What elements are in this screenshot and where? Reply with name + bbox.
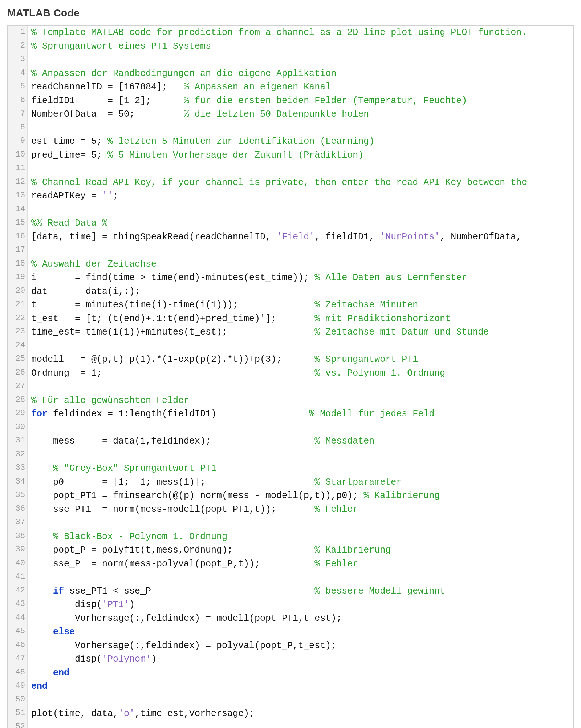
code-line: 24: [8, 339, 573, 353]
code-cell[interactable]: Vorhersage(:,feldindex) = modell(popt_PT…: [28, 612, 574, 626]
code-cell[interactable]: % Black-Box - Polynom 1. Ordnung: [28, 530, 574, 544]
string-token: 'NumPoints': [380, 232, 440, 242]
line-number: 6: [8, 94, 28, 108]
code-line: 4% Anpassen der Randbedingungen an die e…: [8, 67, 573, 81]
code-cell[interactable]: % Sprungantwort eines PT1-Systems: [28, 40, 574, 53]
line-number: 46: [8, 639, 28, 653]
comment-token: % Messdaten: [314, 436, 374, 446]
code-line: 15%% Read Data %: [8, 217, 573, 230]
code-cell[interactable]: disp('Polynom'): [28, 652, 574, 666]
code-cell[interactable]: % Channel Read API Key, if your channel …: [28, 176, 574, 190]
comment-token: % Auswahl der Zeitachse: [31, 259, 157, 270]
code-line: 46 Vorhersage(:,feldindex) = polyval(pop…: [8, 639, 573, 653]
code-cell[interactable]: %% Read Data %: [28, 217, 574, 230]
code-cell[interactable]: [28, 244, 574, 258]
code-cell[interactable]: fieldID1 = [1 2]; % für die ersten beide…: [28, 94, 574, 108]
code-cell[interactable]: [28, 203, 574, 217]
code-cell[interactable]: time_est= time(i(1))+minutes(t_est); % Z…: [28, 325, 574, 339]
line-number: 18: [8, 258, 28, 271]
line-number: 2: [8, 40, 28, 53]
code-token: p0 = [1; -1; mess(1)];: [31, 477, 314, 488]
code-line: 16[data, time] = thingSpeakRead(readChan…: [8, 230, 573, 244]
code-cell[interactable]: NumberOfData = 50; % die letzten 50 Date…: [28, 108, 574, 121]
code-cell[interactable]: disp('PT1'): [28, 598, 574, 612]
code-cell[interactable]: t_est = [t; (t(end)+.1:t(end)+pred_time)…: [28, 312, 574, 326]
code-line: 18% Auswahl der Zeitachse: [8, 258, 573, 271]
code-cell[interactable]: sse_P = norm(mess-polyval(popt_P,t)); % …: [28, 557, 574, 571]
code-cell[interactable]: [28, 721, 574, 728]
code-cell[interactable]: pred_time= 5; % 5 Minuten Vorhersage der…: [28, 149, 574, 162]
code-line: 38 % Black-Box - Polynom 1. Ordnung: [8, 530, 573, 544]
code-cell[interactable]: modell = @(p,t) p(1).*(1-exp(p(2).*t))+p…: [28, 353, 574, 367]
code-cell[interactable]: [28, 162, 574, 176]
code-cell[interactable]: sse_PT1 = norm(mess-modell(popt_PT1,t));…: [28, 503, 574, 517]
code-token: pred_time= 5;: [31, 150, 107, 161]
code-cell[interactable]: t = minutes(time(i)-time(i(1))); % Zeita…: [28, 298, 574, 312]
line-number: 32: [8, 448, 28, 462]
code-line: 7NumberOfData = 50; % die letzten 50 Dat…: [8, 108, 573, 121]
code-cell[interactable]: est_time = 5; % letzten 5 Minuten zur Id…: [28, 135, 574, 149]
code-cell[interactable]: [28, 121, 574, 135]
code-line: 31 mess = data(i,feldindex); % Messdaten: [8, 434, 573, 448]
code-line: 32: [8, 448, 573, 462]
line-number: 39: [8, 543, 28, 557]
comment-token: % 5 Minuten Vorhersage der Zukunft (Präd…: [107, 150, 363, 161]
code-line: 50: [8, 693, 573, 707]
code-cell[interactable]: [28, 380, 574, 394]
code-cell[interactable]: else: [28, 625, 574, 639]
code-token: est_time = 5;: [31, 136, 107, 147]
code-cell[interactable]: [28, 516, 574, 530]
code-token: i = find(time > time(end)-minutes(est_ti…: [31, 272, 314, 283]
comment-token: % Anpassen an eigenen Kanal: [184, 82, 331, 92]
code-cell[interactable]: Vorhersage(:,feldindex) = polyval(popt_P…: [28, 639, 574, 653]
code-cell[interactable]: [28, 53, 574, 67]
code-cell[interactable]: popt_PT1 = fminsearch(@(p) norm(mess - m…: [28, 489, 574, 503]
string-token: 'Polynom': [102, 654, 151, 664]
code-cell[interactable]: [28, 693, 574, 707]
code-cell[interactable]: % Template MATLAB code for prediction fr…: [28, 26, 574, 40]
code-token: [31, 722, 37, 728]
code-cell[interactable]: dat = data(i,:);: [28, 285, 574, 299]
code-token: [31, 422, 37, 433]
code-cell[interactable]: i = find(time > time(end)-minutes(est_ti…: [28, 271, 574, 285]
code-cell[interactable]: % Für alle gewünschten Felder: [28, 394, 574, 408]
comment-token: % Fehler: [314, 559, 358, 569]
code-cell[interactable]: % Anpassen der Randbedingungen an die ei…: [28, 67, 574, 81]
code-cell[interactable]: popt_P = polyfit(t,mess,Ordnung); % Kali…: [28, 543, 574, 557]
line-number: 23: [8, 325, 28, 339]
code-token: t_est = [t; (t(end)+.1:t(end)+pred_time)…: [31, 314, 314, 324]
code-token: fieldID1 = [1 2];: [31, 96, 184, 106]
code-cell[interactable]: [data, time] = thingSpeakRead(readChanne…: [28, 230, 574, 244]
code-cell[interactable]: plot(time, data,'o',time_est,Vorhersage)…: [28, 707, 574, 721]
comment-token: % Alle Daten aus Lernfenster: [314, 272, 467, 283]
line-number: 7: [8, 108, 28, 121]
code-cell[interactable]: for feldindex = 1:length(fieldID1) % Mod…: [28, 407, 574, 421]
string-token: '': [102, 191, 113, 201]
code-cell[interactable]: mess = data(i,feldindex); % Messdaten: [28, 434, 574, 448]
code-cell[interactable]: % Auswahl der Zeitachse: [28, 258, 574, 271]
code-cell[interactable]: % "Grey-Box" Sprungantwort PT1: [28, 462, 574, 476]
code-cell[interactable]: p0 = [1; -1; mess(1)]; % Startparameter: [28, 476, 574, 489]
code-token: time_est= time(i(1))+minutes(t_est);: [31, 327, 314, 337]
code-token: sse_PT1 = norm(mess-modell(popt_PT1,t));: [31, 504, 314, 515]
code-token: [31, 627, 53, 637]
comment-token: % Kalibrierung: [314, 545, 391, 555]
code-cell[interactable]: readAPIKey = '';: [28, 189, 574, 203]
code-cell[interactable]: [28, 339, 574, 353]
code-cell[interactable]: [28, 421, 574, 435]
code-cell[interactable]: end: [28, 666, 574, 680]
code-token: readChannelID = [167884];: [31, 82, 184, 92]
code-token: ): [129, 599, 135, 610]
code-cell[interactable]: Ordnung = 1; % vs. Polynom 1. Ordnung: [28, 367, 574, 380]
code-line: 3: [8, 53, 573, 67]
code-line: 1% Template MATLAB code for prediction f…: [8, 26, 573, 40]
code-cell[interactable]: if sse_PT1 < sse_P % bessere Modell gewi…: [28, 585, 574, 598]
comment-token: % "Grey-Box" Sprungantwort PT1: [53, 463, 216, 474]
code-cell[interactable]: readChannelID = [167884]; % Anpassen an …: [28, 80, 574, 94]
code-cell[interactable]: [28, 448, 574, 462]
code-cell[interactable]: end: [28, 680, 574, 693]
keyword-token: end: [53, 668, 69, 678]
line-number: 13: [8, 189, 28, 203]
code-cell[interactable]: [28, 571, 574, 585]
code-token: ,time_est,Vorhersage);: [135, 708, 255, 719]
